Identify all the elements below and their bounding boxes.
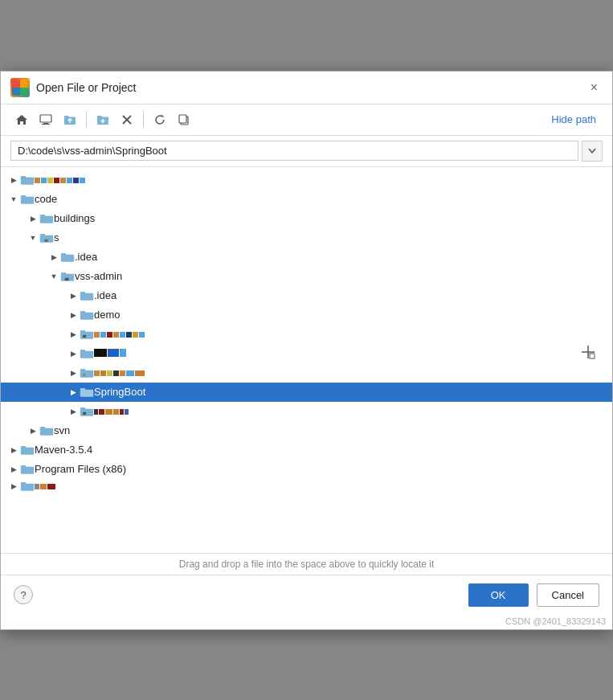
item-label [94, 347, 126, 359]
folder-icon [20, 464, 35, 475]
cursor [580, 344, 596, 360]
tree-row[interactable]: ▶ Program Files (x86) [1, 460, 612, 479]
item-label: Maven-3.5.4 [35, 444, 92, 456]
home-button[interactable] [10, 109, 33, 130]
expand-icon[interactable]: ▶ [7, 444, 20, 456]
folder-icon [60, 271, 75, 282]
tree-row[interactable]: ▶ [1, 325, 612, 344]
tree-row[interactable]: ▶ buildings [1, 209, 612, 228]
tree-row[interactable]: ▶ demo [1, 305, 612, 325]
svg-rect-14 [83, 334, 86, 337]
footer: ? OK Cancel [1, 575, 612, 615]
tree-row[interactable]: ▶ [1, 344, 612, 363]
expand-icon[interactable]: ▶ [67, 405, 80, 418]
folder-icon [80, 309, 94, 321]
expand-icon[interactable]: ▶ [7, 480, 20, 493]
item-label: Program Files (x86) [35, 463, 126, 475]
footer-buttons: OK Cancel [468, 583, 599, 607]
drag-hint: Drag and drop a file into the space abov… [1, 553, 612, 575]
expand-icon[interactable]: ▶ [27, 424, 39, 437]
delete-button[interactable] [116, 109, 138, 130]
path-bar [1, 136, 612, 167]
toolbar-sep-2 [143, 112, 144, 128]
app-icon [10, 78, 30, 97]
svg-marker-9 [161, 114, 165, 117]
expand-icon[interactable]: ▶ [7, 174, 20, 186]
item-label: SpringBoot [94, 386, 145, 398]
new-folder-button[interactable] [92, 109, 114, 130]
tree-row[interactable]: ▶ [1, 402, 612, 421]
hide-path-button[interactable]: Hide path [545, 110, 603, 129]
item-label: svn [54, 424, 70, 436]
folder-icon [80, 290, 94, 301]
tree-row[interactable]: ▶ Maven-3.5.4 [1, 440, 612, 460]
title-bar: Open File or Project × [1, 72, 612, 104]
svg-rect-6 [42, 124, 50, 125]
tree-row[interactable]: ▶ [1, 479, 612, 493]
svg-rect-3 [20, 88, 28, 96]
svg-rect-4 [40, 115, 51, 122]
computer-button[interactable] [35, 109, 57, 130]
refresh-button[interactable] [149, 109, 171, 130]
tree-row[interactable]: ▼ code [1, 190, 612, 209]
folder-icon [80, 387, 94, 398]
watermark: CSDN @2401_83329143 [1, 615, 612, 629]
svg-rect-15 [83, 373, 85, 375]
help-button[interactable]: ? [14, 585, 33, 604]
folder-icon [80, 348, 94, 359]
expand-icon[interactable]: ▶ [67, 347, 80, 360]
close-button[interactable]: × [586, 79, 603, 96]
svg-rect-12 [45, 239, 48, 241]
expand-icon[interactable]: ▼ [27, 231, 39, 244]
folder-icon [80, 329, 94, 340]
tree-row[interactable]: ▶ svn [1, 421, 612, 440]
svg-rect-13 [65, 277, 69, 280]
item-label: buildings [54, 212, 95, 224]
folder-icon [20, 194, 35, 205]
folder-icon [80, 406, 94, 417]
folder-icon [20, 444, 35, 456]
tree-row[interactable]: ▼ s [1, 228, 612, 248]
expand-icon[interactable]: ▶ [47, 251, 60, 264]
folder-up-button[interactable] [59, 109, 81, 130]
tree-row[interactable]: ▼ vss-admin [1, 267, 612, 286]
ok-button[interactable]: OK [468, 583, 529, 607]
expand-icon[interactable]: ▶ [7, 463, 20, 476]
path-input[interactable] [10, 141, 578, 161]
path-dropdown-button[interactable] [582, 141, 603, 162]
delete-icon [121, 113, 133, 126]
toolbar: Hide path [1, 104, 612, 136]
copy-button[interactable] [173, 109, 195, 130]
item-label [94, 366, 145, 379]
item-label [94, 328, 145, 340]
tree-row[interactable]: ▶ [1, 170, 612, 190]
folder-icon [60, 252, 75, 263]
item-label [35, 174, 85, 186]
expand-icon[interactable]: ▼ [47, 270, 60, 283]
expand-icon[interactable]: ▶ [67, 366, 80, 379]
svg-rect-19 [590, 354, 595, 358]
chevron-down-icon [588, 148, 596, 154]
tree-row[interactable]: ▶ [1, 363, 612, 383]
expand-icon[interactable]: ▶ [67, 386, 80, 399]
folder-icon [39, 232, 54, 244]
tree-row-springboot[interactable]: ▶ SpringBoot [1, 383, 612, 402]
item-label: vss-admin [75, 270, 122, 282]
file-tree: ▶ ▼ [1, 167, 612, 553]
tree-row[interactable]: ▶ .idea [1, 248, 612, 267]
dialog-title: Open File or Project [36, 81, 137, 94]
tree-row[interactable]: ▶ .idea [1, 286, 612, 305]
expand-icon[interactable]: ▶ [67, 328, 80, 341]
new-folder-icon [96, 113, 109, 126]
toolbar-left [10, 109, 195, 130]
item-label: .idea [75, 251, 97, 263]
copy-icon [178, 113, 190, 126]
expand-icon[interactable]: ▶ [67, 309, 80, 321]
folder-icon [80, 367, 94, 379]
expand-icon[interactable]: ▶ [27, 212, 39, 225]
svg-rect-11 [179, 115, 186, 123]
expand-icon[interactable]: ▶ [67, 289, 80, 302]
expand-icon[interactable]: ▼ [7, 193, 20, 206]
cancel-button[interactable]: Cancel [537, 583, 599, 607]
home-icon [15, 113, 28, 126]
